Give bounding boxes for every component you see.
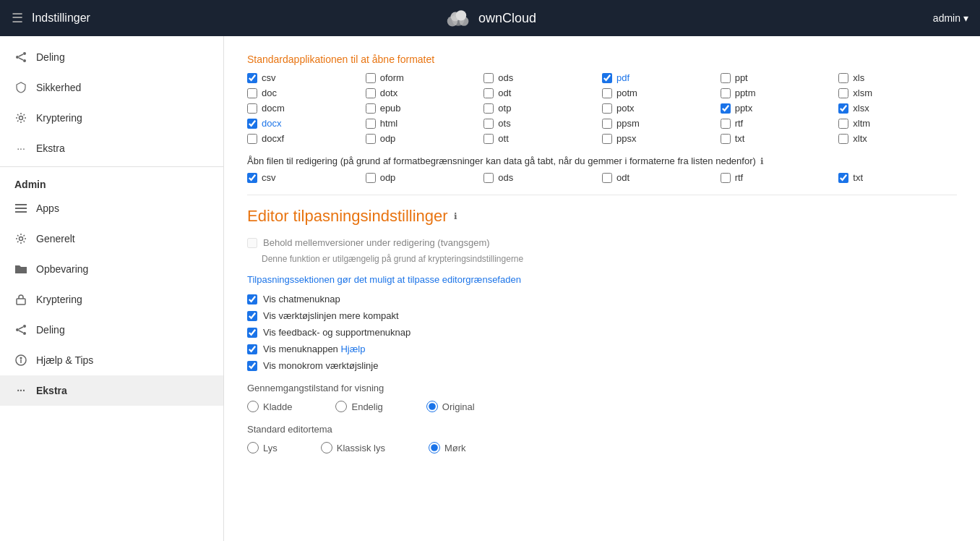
editor-info-icon[interactable]: ℹ xyxy=(454,211,457,221)
svg-rect-11 xyxy=(15,204,27,205)
format-oform[interactable]: oform xyxy=(366,72,484,83)
open-format-ods[interactable]: ods xyxy=(483,172,602,183)
open-format-rtf[interactable]: rtf xyxy=(721,172,839,183)
format-potm[interactable]: potm xyxy=(602,88,721,98)
format-odp[interactable]: odp xyxy=(366,133,484,144)
format-ott[interactable]: ott xyxy=(483,133,602,144)
format-label: pptm xyxy=(735,88,756,98)
format-rtf[interactable]: rtf xyxy=(721,118,839,129)
sidebar-item-deling-admin[interactable]: Deling xyxy=(0,315,223,345)
format-label: docxf xyxy=(262,133,284,144)
keep-versions-checkbox[interactable] xyxy=(247,238,257,248)
sidebar-item-ekstra-admin[interactable]: ··· Ekstra xyxy=(0,375,223,406)
format-pptx[interactable]: pptx xyxy=(721,103,839,114)
sidebar-item-kryptering-admin[interactable]: Kryptering xyxy=(0,284,223,315)
feedback-checkbox[interactable] xyxy=(247,328,257,338)
format-docm[interactable]: docm xyxy=(247,103,366,114)
format-epub[interactable]: epub xyxy=(366,103,484,114)
format-potx[interactable]: potx xyxy=(602,103,721,114)
format-ots[interactable]: ots xyxy=(483,118,602,129)
sidebar-item-label: Ekstra xyxy=(36,385,67,396)
review-endelig-label: Endelig xyxy=(351,401,382,412)
shield-icon xyxy=(14,81,27,94)
sidebar-item-label: Opbevaring xyxy=(36,263,88,275)
main-content: Standardapplikationen til at åbne format… xyxy=(224,36,980,541)
format-doc[interactable]: doc xyxy=(247,88,366,98)
sidebar-item-generelt[interactable]: Generelt xyxy=(0,223,223,254)
format-html[interactable]: html xyxy=(366,118,484,129)
format-label: odp xyxy=(380,133,396,144)
format-otp[interactable]: otp xyxy=(483,103,602,114)
format-ppsm[interactable]: ppsm xyxy=(602,118,721,129)
chat-checkbox[interactable] xyxy=(247,294,257,304)
format-xlsm[interactable]: xlsm xyxy=(838,88,957,98)
theme-moerk[interactable]: Mørk xyxy=(429,442,466,453)
review-original[interactable]: Original xyxy=(426,401,475,412)
sidebar-item-kryptering-top[interactable]: Kryptering xyxy=(0,103,223,133)
menu-lines-icon xyxy=(14,202,27,215)
open-format-txt[interactable]: txt xyxy=(838,172,957,183)
format-pptm[interactable]: pptm xyxy=(721,88,839,98)
format-docxf[interactable]: docxf xyxy=(247,133,366,144)
menu-icon[interactable]: ☰ xyxy=(12,10,23,26)
format-txt[interactable]: txt xyxy=(721,133,839,144)
format-xltm[interactable]: xltm xyxy=(838,118,957,129)
review-kladde-radio[interactable] xyxy=(247,401,259,412)
format-dotx[interactable]: dotx xyxy=(366,88,484,98)
sidebar-item-label: Deling xyxy=(36,324,65,336)
format-xltx[interactable]: xltx xyxy=(838,133,957,144)
format-ods[interactable]: ods xyxy=(483,72,602,83)
logo-text: ownCloud xyxy=(478,11,536,26)
format-xlsx[interactable]: xlsx xyxy=(838,103,957,114)
format-label: docm xyxy=(262,103,285,114)
format-pdf[interactable]: pdf xyxy=(602,72,721,83)
sidebar-item-hjaelp[interactable]: Hjælp & Tips xyxy=(0,345,223,375)
theme-lys[interactable]: Lys xyxy=(247,442,278,453)
format-odt[interactable]: odt xyxy=(483,88,602,98)
sidebar-item-apps[interactable]: Apps xyxy=(0,193,223,223)
review-original-radio[interactable] xyxy=(426,401,438,412)
theme-klassisk-radio[interactable] xyxy=(321,442,332,453)
dots-icon: ··· xyxy=(14,142,27,155)
monochrome-checkbox-row[interactable]: Vis monokrom værktøjslinje xyxy=(247,360,957,371)
dots2-icon: ··· xyxy=(14,384,27,397)
format-label-link[interactable]: docx xyxy=(262,118,281,129)
sidebar-item-deling-top[interactable]: Deling xyxy=(0,42,223,72)
theme-moerk-radio[interactable] xyxy=(429,442,440,453)
disabled-note: Denne funktion er utilgængelig på grund … xyxy=(262,254,957,264)
theme-klassisk[interactable]: Klassisk lys xyxy=(321,442,385,453)
compact-checkbox-row[interactable]: Vis værktøjslinjen mere kompakt xyxy=(247,310,957,321)
review-kladde[interactable]: Kladde xyxy=(247,401,292,412)
open-format-csv[interactable]: csv xyxy=(247,172,366,183)
open-format-odt[interactable]: odt xyxy=(602,172,721,183)
sidebar-item-sikkerhed[interactable]: Sikkerhed xyxy=(0,72,223,103)
user-menu[interactable]: admin ▾ xyxy=(933,12,968,24)
format-docx[interactable]: docx xyxy=(247,118,366,129)
format-csv[interactable]: csv xyxy=(247,72,366,83)
sidebar-item-ekstra-top[interactable]: ··· Ekstra xyxy=(0,133,223,163)
header-logo: ownCloud xyxy=(444,7,536,29)
open-format-odp[interactable]: odp xyxy=(366,172,484,183)
format-label: xls xyxy=(853,72,864,83)
info-tooltip-icon[interactable]: ℹ xyxy=(760,156,764,166)
header: ☰ Indstillinger ownCloud admin ▾ xyxy=(0,0,980,36)
review-endelig-radio[interactable] xyxy=(335,401,347,412)
sidebar: Deling Sikkerhed Kryptering ··· Ekstra A… xyxy=(0,36,224,541)
feedback-checkbox-row[interactable]: Vis feedback- og supportmenuknap xyxy=(247,327,957,338)
hjaelp-checkbox-row[interactable]: Vis menuknappen Hjælp xyxy=(247,344,957,354)
theme-klassisk-label: Klassisk lys xyxy=(337,443,385,453)
theme-lys-radio[interactable] xyxy=(247,442,259,453)
format-ppsx[interactable]: ppsx xyxy=(602,133,721,144)
format-label-link[interactable]: pdf xyxy=(616,72,629,83)
review-endelig[interactable]: Endelig xyxy=(335,401,382,412)
hjaelp-link[interactable]: Hjælp xyxy=(340,344,365,354)
monochrome-checkbox[interactable] xyxy=(247,361,257,371)
hjaelp-btn-checkbox[interactable] xyxy=(247,344,257,354)
sidebar-item-opbevaring[interactable]: Opbevaring xyxy=(0,254,223,284)
compact-checkbox[interactable] xyxy=(247,311,257,321)
format-label: oform xyxy=(380,72,404,83)
format-ppt[interactable]: ppt xyxy=(721,72,839,83)
keep-versions-checkbox-row[interactable]: Behold mellemversioner under redigering … xyxy=(247,237,957,248)
chat-checkbox-row[interactable]: Vis chatmenuknap xyxy=(247,294,957,304)
format-xls[interactable]: xls xyxy=(838,72,957,83)
